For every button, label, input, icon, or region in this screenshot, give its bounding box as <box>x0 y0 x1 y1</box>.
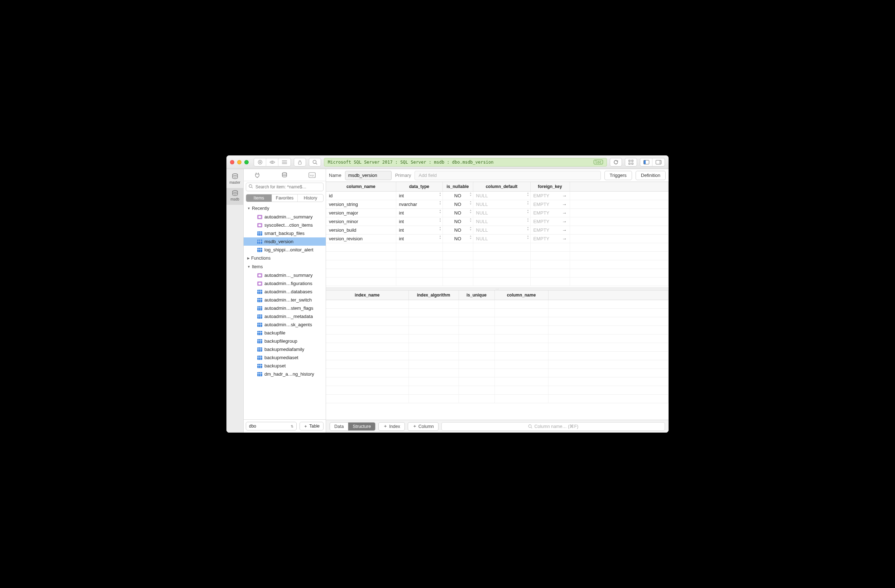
column-row[interactable]: version_stringnvarchar˄˅NO˄˅NULL˄˅EMPTY→ <box>326 200 669 208</box>
schema-selector[interactable]: dbo ⇅ <box>246 422 297 430</box>
stepper-icon[interactable]: ˄˅ <box>470 228 472 232</box>
stepper-icon[interactable]: ˄˅ <box>527 236 529 241</box>
add-table-button[interactable]: ＋ Table <box>300 422 323 430</box>
tree-section-recently[interactable]: Recently <box>244 204 326 213</box>
tree-item[interactable]: autoadmin…stem_flags <box>244 304 326 312</box>
arrow-right-icon[interactable]: → <box>562 210 567 215</box>
arrow-right-icon[interactable]: → <box>562 202 567 207</box>
close-window-button[interactable] <box>230 160 234 164</box>
breadcrumb[interactable]: Microsoft SQL Server 2017 : SQL Server :… <box>324 158 607 167</box>
column-header[interactable]: column_default <box>473 182 530 191</box>
triggers-button[interactable]: Triggers <box>604 171 632 180</box>
column-header[interactable]: foreign_key <box>530 182 570 191</box>
column-header[interactable]: data_type <box>396 182 443 191</box>
column-row[interactable]: idint˄˅NO˄˅NULL˄˅EMPTY→ <box>326 191 669 200</box>
tree-item[interactable]: msdb_version <box>244 238 326 246</box>
arrow-right-icon[interactable]: → <box>562 193 567 199</box>
stepper-icon[interactable]: ˄˅ <box>527 228 529 232</box>
tree-item[interactable]: backupfilegroup <box>244 337 326 345</box>
column-row[interactable]: version_buildint˄˅NO˄˅NULL˄˅EMPTY→ <box>326 226 669 234</box>
add-column-button[interactable]: ＋ Column <box>408 422 438 431</box>
column-filter-placeholder: Column name… (⌘F) <box>535 424 579 429</box>
index-header[interactable]: is_unique <box>459 290 495 300</box>
database-icon[interactable] <box>271 172 299 178</box>
svg-rect-7 <box>299 162 301 164</box>
tree-item-label: syscollect…ction_items <box>264 223 313 228</box>
bottom-tab-structure[interactable]: Structure <box>348 423 375 430</box>
tree-item[interactable]: backupmediafamily <box>244 345 326 353</box>
sidebar-segment-history[interactable]: History <box>298 194 323 202</box>
stepper-icon[interactable]: ˄˅ <box>439 236 441 241</box>
index-header[interactable]: index_name <box>326 290 408 300</box>
stepper-icon[interactable]: ˄˅ <box>470 202 472 206</box>
cancel-button[interactable] <box>254 158 266 166</box>
stepper-icon[interactable]: ˄˅ <box>439 193 441 198</box>
add-field-input[interactable]: Add field <box>414 171 601 180</box>
stepper-icon[interactable]: ˄˅ <box>470 219 472 223</box>
toggle-left-panel-icon[interactable] <box>640 158 652 166</box>
definition-button[interactable]: Definition <box>636 171 666 180</box>
tree-item[interactable]: smart_backup_files <box>244 229 326 238</box>
tree-item[interactable]: backupset <box>244 362 326 370</box>
stepper-icon[interactable]: ˄˅ <box>527 219 529 223</box>
search-icon <box>249 185 253 190</box>
database-rail-item[interactable]: master <box>226 171 243 188</box>
stepper-icon[interactable]: ˄˅ <box>439 228 441 232</box>
tree-item[interactable]: autoadmin…_summary <box>244 271 326 279</box>
split-handle[interactable]: ⋯ <box>326 288 669 290</box>
sql-icon[interactable]: SQL <box>299 172 326 178</box>
index-header[interactable]: index_algorithm <box>408 290 459 300</box>
plug-icon[interactable] <box>244 172 271 178</box>
add-index-button[interactable]: ＋ Index <box>378 422 405 431</box>
tree-item[interactable]: backupfile <box>244 329 326 337</box>
tree-section-functions[interactable]: Functions <box>244 254 326 262</box>
tree-item[interactable]: log_shippi…onitor_alert <box>244 246 326 254</box>
grid-icon[interactable] <box>625 158 637 167</box>
toggle-right-panel-icon[interactable] <box>652 158 664 166</box>
tree-item[interactable]: autoadmin…sk_agents <box>244 320 326 329</box>
column-row[interactable]: version_majorint˄˅NO˄˅NULL˄˅EMPTY→ <box>326 208 669 217</box>
tree-item[interactable]: autoadmin…databases <box>244 288 326 296</box>
tree-item[interactable]: autoadmin…ter_switch <box>244 296 326 304</box>
eye-icon[interactable] <box>266 158 278 166</box>
zoom-window-button[interactable] <box>244 160 249 164</box>
lock-icon[interactable] <box>294 158 306 167</box>
tree-item[interactable]: backupmediaset <box>244 353 326 362</box>
tree-item[interactable]: autoadmin…_summary <box>244 213 326 221</box>
stepper-icon[interactable]: ˄˅ <box>439 202 441 206</box>
stepper-icon[interactable]: ˄˅ <box>470 236 472 241</box>
tree-item[interactable]: autoadmin…figurations <box>244 279 326 288</box>
stepper-icon[interactable]: ˄˅ <box>527 211 529 215</box>
primary-key-label[interactable]: Primary <box>395 173 411 178</box>
column-filter-input[interactable]: Column name… (⌘F) <box>441 422 665 431</box>
arrow-right-icon[interactable]: → <box>562 227 567 233</box>
search-icon[interactable] <box>309 158 321 167</box>
column-row[interactable]: version_minorint˄˅NO˄˅NULL˄˅EMPTY→ <box>326 217 669 226</box>
column-header[interactable]: column_name <box>326 182 396 191</box>
arrow-right-icon[interactable]: → <box>562 219 567 224</box>
tree-section-items[interactable]: Items <box>244 262 326 271</box>
tree-item[interactable]: syscollect…ction_items <box>244 221 326 229</box>
svg-rect-13 <box>632 163 633 164</box>
stepper-icon[interactable]: ˄˅ <box>439 219 441 223</box>
arrow-right-icon[interactable]: → <box>562 236 567 241</box>
minimize-window-button[interactable] <box>237 160 241 164</box>
stepper-icon[interactable]: ˄˅ <box>527 202 529 206</box>
index-header[interactable]: column_name <box>495 290 548 300</box>
refresh-icon[interactable] <box>610 158 622 167</box>
bottom-tab-data[interactable]: Data <box>330 423 348 430</box>
sidebar-search-input[interactable] <box>246 183 323 191</box>
table-name-input[interactable] <box>345 171 391 180</box>
stepper-icon[interactable]: ˄˅ <box>470 211 472 215</box>
database-rail-item[interactable]: msdb <box>226 188 243 205</box>
column-header[interactable]: is_nullable <box>443 182 473 191</box>
sidebar-segment-favorites[interactable]: Favorites <box>272 194 298 202</box>
sidebar-segment-items[interactable]: Items <box>246 194 272 202</box>
tree-item[interactable]: autoadmin…_metadata <box>244 312 326 320</box>
list-icon[interactable] <box>278 158 291 166</box>
stepper-icon[interactable]: ˄˅ <box>470 193 472 198</box>
stepper-icon[interactable]: ˄˅ <box>439 211 441 215</box>
tree-item[interactable]: dm_hadr_a…ng_history <box>244 370 326 378</box>
column-row[interactable]: version_revisionint˄˅NO˄˅NULL˄˅EMPTY→ <box>326 234 669 243</box>
stepper-icon[interactable]: ˄˅ <box>527 193 529 198</box>
